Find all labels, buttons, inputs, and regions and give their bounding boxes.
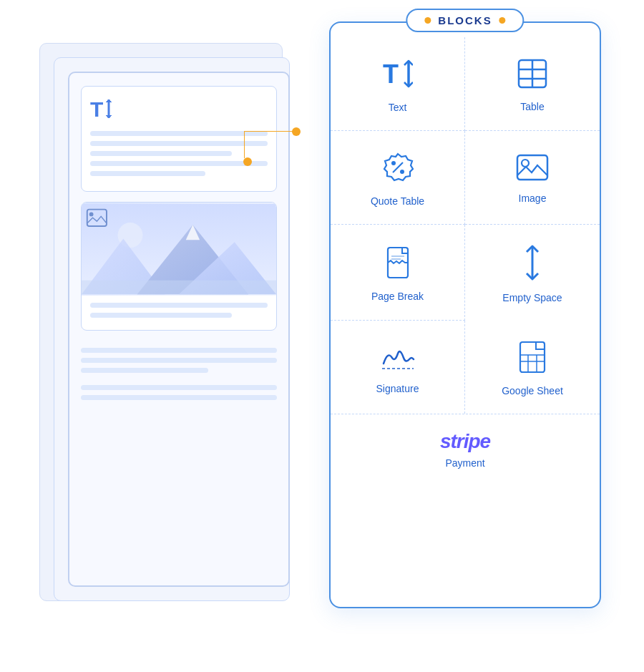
blocks-panel: BLOCKS T Text <box>329 21 601 608</box>
empty-space-icon <box>522 245 542 285</box>
connector-dot-1 <box>292 127 301 136</box>
quote-table-icon <box>381 151 414 188</box>
doc-line <box>90 161 268 166</box>
doc-line <box>81 385 277 390</box>
bottom-lines <box>81 341 277 412</box>
page-break-icon <box>384 246 412 283</box>
svg-point-21 <box>522 160 529 167</box>
doc-line <box>81 348 277 353</box>
doc-line <box>90 131 268 136</box>
block-item-signature[interactable]: Signature <box>331 321 465 414</box>
text-icon-big: T <box>90 97 112 124</box>
image-icon <box>516 154 549 185</box>
connector-dot-2 <box>243 157 252 166</box>
header-dot-right <box>499 17 506 24</box>
block-item-text[interactable]: T Text <box>331 37 465 131</box>
stripe-label: Payment <box>445 457 484 469</box>
doc-line <box>90 313 232 318</box>
doc-line <box>90 171 205 176</box>
scene: T <box>0 0 644 672</box>
text-block-card: T <box>81 86 277 192</box>
header-dot-left <box>424 17 431 24</box>
svg-point-18 <box>391 161 396 165</box>
document-card: T <box>68 72 290 587</box>
svg-rect-20 <box>517 155 547 180</box>
svg-point-19 <box>400 170 404 174</box>
svg-text:T: T <box>383 59 399 89</box>
doc-line <box>81 395 277 400</box>
doc-line <box>90 141 268 146</box>
block-item-quote-table[interactable]: Quote Table <box>331 131 465 225</box>
blocks-title: BLOCKS <box>438 14 492 26</box>
block-label-table: Table <box>520 101 544 112</box>
signature-icon <box>379 344 416 376</box>
block-item-empty-space[interactable]: Empty Space <box>465 225 600 321</box>
block-label-page-break: Page Break <box>371 291 424 302</box>
stripe-payment-row[interactable]: stripe Payment <box>331 414 600 484</box>
doc-line <box>90 151 232 156</box>
block-item-google-sheet[interactable]: Google Sheet <box>465 321 600 414</box>
stripe-logo: stripe <box>440 430 490 453</box>
image-placeholder <box>82 203 276 296</box>
image-caption-lines <box>82 296 276 330</box>
block-item-image[interactable]: Image <box>465 131 600 225</box>
svg-rect-27 <box>520 342 545 372</box>
image-block-card <box>81 202 277 331</box>
doc-line <box>90 303 268 308</box>
block-label-signature: Signature <box>376 383 419 394</box>
connector-line-v <box>244 131 245 158</box>
block-label-text: Text <box>389 102 407 113</box>
doc-line <box>81 368 208 373</box>
text-icon: T <box>383 57 413 94</box>
svg-point-10 <box>89 213 94 217</box>
block-label-image: Image <box>519 193 547 204</box>
svg-rect-8 <box>82 281 276 294</box>
svg-text:T: T <box>90 97 103 121</box>
block-item-table[interactable]: Table <box>465 37 600 131</box>
block-item-page-break[interactable]: Page Break <box>331 225 465 321</box>
doc-line <box>81 358 277 363</box>
table-icon <box>517 58 548 94</box>
blocks-grid: T Text Tabl <box>331 37 600 414</box>
blocks-header: BLOCKS <box>406 9 524 32</box>
google-sheet-icon <box>517 341 547 378</box>
block-label-empty-space: Empty Space <box>502 292 562 303</box>
text-icon-row: T <box>90 97 268 124</box>
connector-line <box>244 131 293 132</box>
block-label-google-sheet: Google Sheet <box>502 385 563 396</box>
block-label-quote-table: Quote Table <box>371 195 424 207</box>
